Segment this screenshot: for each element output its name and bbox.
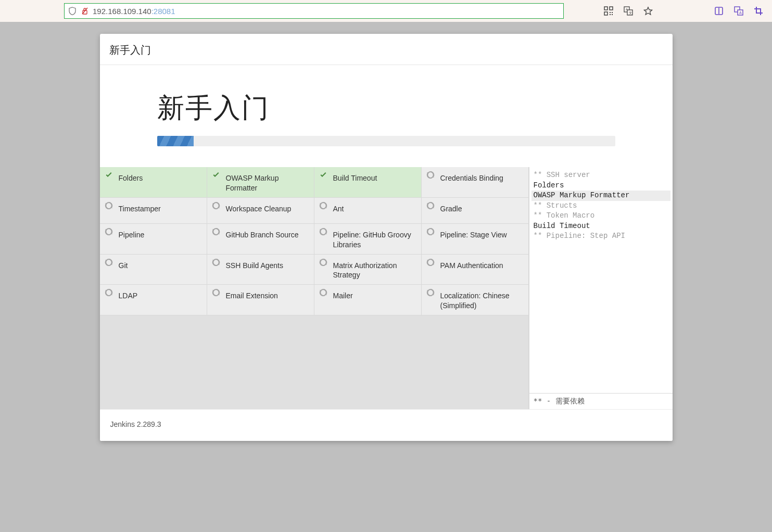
plugin-cell: Pipeline bbox=[100, 224, 207, 255]
refresh-icon bbox=[211, 227, 221, 236]
plugin-cell: Mailer bbox=[314, 285, 422, 315]
plugin-label: PAM Authentication bbox=[440, 259, 503, 271]
log-line: Folders bbox=[531, 181, 670, 191]
plugin-label: OWASP Markup Formatter bbox=[226, 171, 311, 193]
install-log: ** SSH serverFoldersOWASP Markup Formatt… bbox=[529, 167, 673, 245]
plugin-cell: Email Extension bbox=[207, 285, 314, 315]
svg-rect-2 bbox=[604, 7, 608, 10]
plugin-label: Mailer bbox=[333, 289, 353, 301]
plugin-grid: FoldersOWASP Markup FormatterBuild Timeo… bbox=[100, 167, 529, 315]
check-icon bbox=[104, 170, 113, 180]
translate-icon[interactable]: A文 bbox=[623, 6, 634, 16]
log-footer: ** - 需要依赖 bbox=[529, 393, 673, 409]
hero-title: 新手入门 bbox=[157, 90, 615, 126]
plugin-cell: Build Timeout bbox=[314, 167, 422, 198]
plugin-label: Build Timeout bbox=[333, 171, 377, 183]
plugin-cell: Folders bbox=[100, 167, 207, 198]
translate2-icon[interactable]: A bbox=[733, 6, 744, 16]
install-progress bbox=[157, 136, 615, 146]
shield-icon bbox=[68, 7, 77, 15]
plugin-cell: LDAP bbox=[100, 285, 207, 315]
plugin-cell: PAM Authentication bbox=[422, 255, 529, 285]
plugin-label: Timestamper bbox=[119, 202, 161, 214]
refresh-icon bbox=[104, 288, 113, 297]
check-icon bbox=[211, 170, 221, 180]
url-bar[interactable]: 192.168.109.140:28081 bbox=[64, 3, 564, 19]
install-log-pane: ** SSH serverFoldersOWASP Markup Formatt… bbox=[529, 167, 673, 409]
log-line: ** Pipeline: Step API bbox=[531, 231, 670, 242]
plugin-cell: Ant bbox=[314, 198, 422, 224]
page-body: 新手入门 新手入门 FoldersOWASP Markup FormatterB… bbox=[0, 22, 772, 441]
svg-rect-5 bbox=[610, 12, 611, 13]
refresh-icon bbox=[426, 258, 435, 267]
log-line: Build Timeout bbox=[531, 221, 670, 232]
log-line: ** SSH server bbox=[531, 170, 670, 181]
plugin-label: Pipeline bbox=[119, 228, 145, 240]
plugin-cell: Credentials Binding bbox=[422, 167, 529, 198]
svg-rect-3 bbox=[610, 7, 613, 10]
refresh-icon bbox=[211, 288, 221, 297]
reader-icon[interactable] bbox=[714, 6, 724, 16]
bookmark-star-icon[interactable] bbox=[643, 6, 653, 16]
plugin-label: Ant bbox=[333, 202, 344, 214]
log-line: ** Structs bbox=[531, 201, 670, 211]
crop-icon[interactable] bbox=[753, 6, 764, 16]
plugin-label: Email Extension bbox=[226, 289, 278, 301]
plugin-cell: Localization: Chinese (Simplified) bbox=[422, 285, 529, 315]
plugin-label: Matrix Authorization Strategy bbox=[333, 259, 418, 281]
svg-text:A: A bbox=[739, 11, 742, 15]
plugin-label: SSH Build Agents bbox=[226, 259, 284, 271]
plugin-cell: Matrix Authorization Strategy bbox=[314, 255, 422, 285]
refresh-icon bbox=[426, 288, 435, 297]
plugin-label: Gradle bbox=[440, 202, 462, 214]
refresh-icon bbox=[104, 201, 113, 210]
jenkins-version: Jenkins 2.289.3 bbox=[110, 420, 161, 428]
plugin-label: Pipeline: GitHub Groovy Libraries bbox=[333, 228, 418, 250]
svg-rect-7 bbox=[610, 14, 611, 15]
plugin-label: Git bbox=[119, 259, 128, 271]
card-footer: Jenkins 2.289.3 bbox=[100, 409, 673, 441]
svg-rect-6 bbox=[612, 12, 613, 13]
plugin-cell: Timestamper bbox=[100, 198, 207, 224]
refresh-icon bbox=[104, 227, 113, 236]
plugin-cell: Pipeline: GitHub Groovy Libraries bbox=[314, 224, 422, 255]
plugin-label: GitHub Branch Source bbox=[226, 228, 299, 240]
refresh-icon bbox=[104, 258, 113, 267]
log-line: ** Token Macro bbox=[531, 211, 670, 221]
qr-icon[interactable] bbox=[603, 6, 614, 16]
refresh-icon bbox=[319, 288, 328, 297]
url-text: 192.168.109.140:28081 bbox=[93, 7, 175, 16]
plugin-cell: Pipeline: Stage View bbox=[422, 224, 529, 255]
plugin-label: Pipeline: Stage View bbox=[440, 228, 507, 240]
lock-insecure-icon bbox=[80, 7, 90, 15]
svg-rect-4 bbox=[604, 12, 608, 15]
browser-toolbar: 192.168.109.140:28081 A文 A bbox=[0, 0, 772, 22]
url-host: 192.168.109.140 bbox=[93, 7, 151, 16]
plugin-label: Workspace Cleanup bbox=[226, 202, 292, 214]
plugin-cell: SSH Build Agents bbox=[207, 255, 314, 285]
plugin-label: Localization: Chinese (Simplified) bbox=[440, 289, 525, 311]
check-icon bbox=[319, 170, 328, 180]
plugin-label: Folders bbox=[119, 171, 143, 183]
svg-text:A: A bbox=[626, 8, 628, 11]
card-header: 新手入门 bbox=[100, 34, 673, 65]
plugin-cell: OWASP Markup Formatter bbox=[207, 167, 314, 198]
refresh-icon bbox=[211, 258, 221, 267]
url-port: :28081 bbox=[151, 7, 175, 16]
card-title: 新手入门 bbox=[109, 44, 151, 56]
plugin-cell: GitHub Branch Source bbox=[207, 224, 314, 255]
plugin-label: Credentials Binding bbox=[440, 171, 503, 183]
refresh-icon bbox=[319, 258, 328, 267]
svg-text:文: 文 bbox=[629, 11, 632, 15]
refresh-icon bbox=[211, 201, 221, 210]
refresh-icon bbox=[319, 201, 328, 210]
plugin-grid-wrap: FoldersOWASP Markup FormatterBuild Timeo… bbox=[100, 167, 529, 409]
plugin-cell: Gradle bbox=[422, 198, 529, 224]
browser-actions: A文 A bbox=[603, 6, 764, 16]
refresh-icon bbox=[426, 227, 435, 236]
plugin-label: LDAP bbox=[119, 289, 138, 301]
refresh-icon bbox=[426, 170, 435, 180]
progress-fill bbox=[157, 136, 194, 146]
svg-rect-8 bbox=[612, 14, 613, 15]
plugin-cell: Git bbox=[100, 255, 207, 285]
